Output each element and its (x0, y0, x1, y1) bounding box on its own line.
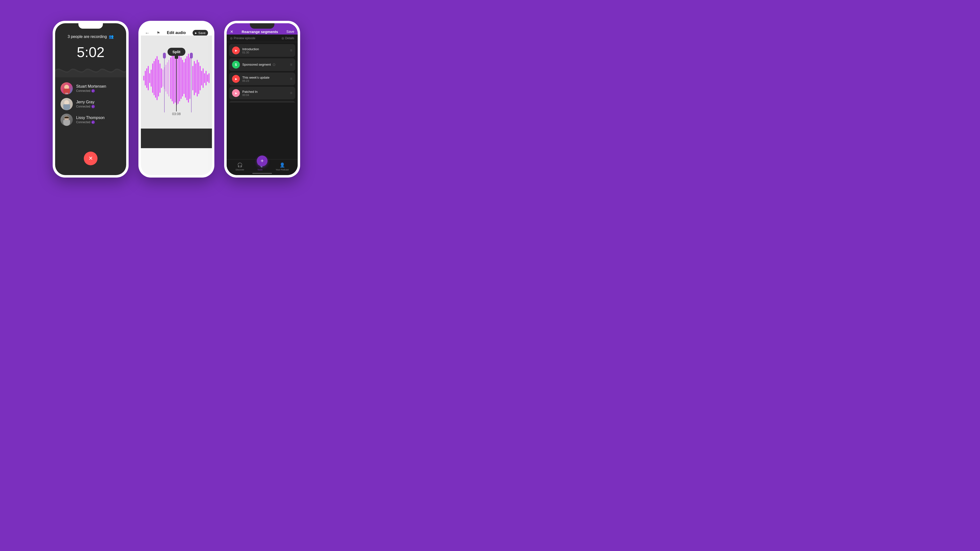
svg-rect-18 (155, 59, 156, 98)
svg-rect-48 (208, 73, 210, 83)
notch-1 (78, 23, 103, 29)
handle-pill-left (163, 52, 166, 59)
save-button[interactable]: Save (286, 30, 294, 33)
svg-rect-44 (203, 68, 204, 88)
segment-list: ▶ Introduction 01:30 ≡ $ Sponsore (227, 42, 298, 103)
svg-rect-22 (161, 68, 162, 88)
add-person-icon[interactable]: 👥 (109, 34, 114, 39)
segment-item: $ Sponsored segment ⓘ ≡ (229, 58, 295, 71)
flag-icon[interactable]: ⚑ (157, 30, 160, 35)
recording-timer: 5:02 (77, 44, 105, 60)
status-connected-icon (91, 89, 95, 92)
play-triangle-icon: ▶ (235, 92, 237, 95)
tab-preview-episode[interactable]: ◎ Preview episode (230, 37, 255, 40)
status-text: Connected (76, 89, 91, 92)
drag-handle-icon[interactable]: ≡ (290, 91, 292, 95)
wave-decoration (55, 63, 126, 78)
segment-info: Sponsored segment ⓘ (242, 63, 288, 67)
svg-rect-26 (175, 54, 176, 103)
segment-play-button[interactable]: ▶ (232, 89, 240, 97)
svg-rect-41 (198, 62, 199, 94)
add-icon: + (261, 158, 264, 164)
svg-rect-34 (186, 56, 188, 100)
drag-handle-icon[interactable]: ≡ (290, 48, 292, 52)
back-button[interactable]: ← (145, 30, 150, 36)
segment-title: Sponsored segment ⓘ (242, 63, 288, 67)
svg-rect-15 (151, 70, 152, 87)
segment-info: This week's update 05:23 (242, 76, 288, 82)
svg-rect-13 (148, 66, 149, 91)
play-icon: ▶ (195, 32, 197, 34)
svg-rect-16 (152, 64, 153, 93)
participant-item: Jerry Gray Connected (60, 98, 121, 110)
svg-rect-31 (182, 60, 183, 97)
handle-line-right (191, 59, 192, 113)
drag-handle-icon[interactable]: ≡ (290, 77, 292, 81)
info-icon: ⓘ (273, 63, 275, 66)
bottom-navigation: 🎧 Discover + 🔧 Tools 👤 Your Podcast (227, 159, 298, 175)
svg-rect-21 (159, 64, 161, 93)
svg-rect-12 (146, 68, 147, 88)
save-button[interactable]: ▶ Save (192, 30, 208, 36)
svg-rect-14 (149, 73, 150, 83)
play-triangle-icon: ▶ (235, 78, 237, 81)
discover-icon: 🎧 (237, 162, 243, 168)
segment-duration: 01:30 (242, 51, 288, 54)
participant-status: Connected (76, 121, 105, 124)
segment-play-button[interactable]: ▶ (232, 75, 240, 83)
playback-cursor (176, 55, 177, 111)
tab-details-label: Details (285, 37, 294, 40)
dollar-icon: $ (235, 63, 237, 67)
segment-play-button[interactable]: ▶ (232, 46, 240, 54)
svg-rect-19 (157, 56, 158, 100)
nav-discover[interactable]: 🎧 Discover (236, 162, 244, 171)
edit-audio-title: Edit audio (167, 30, 186, 35)
svg-rect-47 (207, 75, 208, 82)
drag-handle-icon[interactable]: ≡ (290, 62, 292, 67)
participant-name: Lissy Thompson (76, 116, 105, 120)
svg-rect-10 (143, 76, 144, 81)
play-triangle-icon: ▶ (235, 49, 237, 52)
svg-rect-32 (183, 62, 185, 94)
tab-details[interactable]: ◎ Details (282, 37, 294, 40)
nav-your-podcast[interactable]: 👤 Your Podcast (275, 162, 289, 171)
segment-item: ▶ Introduction 01:30 ≡ (229, 44, 295, 57)
svg-rect-52 (167, 62, 168, 94)
split-handle-left[interactable] (163, 52, 166, 113)
segment-info: Patched In 00:04 (242, 90, 288, 97)
avatar-jerry (60, 98, 73, 110)
participant-name: Stuart Mortensen (76, 84, 106, 89)
save-label: Save (198, 31, 205, 35)
participant-info-stuart: Stuart Mortensen Connected (76, 84, 106, 92)
split-tooltip[interactable]: Split (167, 48, 186, 56)
svg-rect-17 (154, 61, 154, 95)
participant-item: Lissy Thompson Connected (60, 114, 121, 126)
phone-recording: 3 people are recording 👥 5:02 (52, 21, 129, 178)
svg-rect-25 (173, 52, 174, 104)
svg-rect-35 (188, 54, 189, 103)
svg-rect-20 (158, 60, 159, 97)
svg-rect-43 (201, 71, 202, 86)
segment-play-button[interactable]: $ (232, 61, 240, 68)
nav-tools-label: Tools (257, 168, 262, 171)
status-connected-icon (91, 121, 95, 124)
phone-edit-audio: ← ⚑ Edit audio ▶ Save Split (138, 21, 215, 178)
svg-rect-28 (178, 52, 178, 104)
tab-preview-label: Preview episode (234, 37, 255, 40)
waveform-area[interactable]: Split (141, 35, 212, 129)
fab-add-button[interactable]: + (257, 156, 267, 166)
stop-recording-button[interactable]: ✕ (84, 152, 97, 165)
segment-title: Introduction (242, 47, 288, 51)
segment-info: Introduction 01:30 (242, 47, 288, 54)
segment-duration: 00:04 (242, 94, 288, 97)
close-button[interactable]: ✕ (230, 29, 233, 34)
handle-line-left (164, 59, 165, 113)
svg-rect-45 (204, 73, 205, 83)
segment-item: ▶ This week's update 05:23 ≡ (229, 73, 295, 85)
recording-header: 3 people are recording 👥 (68, 34, 114, 39)
phone-rearrange: ✕ Rearrange segments Save ◎ Preview epis… (224, 21, 300, 178)
nav-discover-label: Discover (236, 168, 244, 171)
split-handle-right[interactable] (190, 52, 193, 113)
segment-item: ▶ Patched In 00:04 ≡ (229, 87, 295, 99)
segment-title: Patched In (242, 90, 288, 94)
